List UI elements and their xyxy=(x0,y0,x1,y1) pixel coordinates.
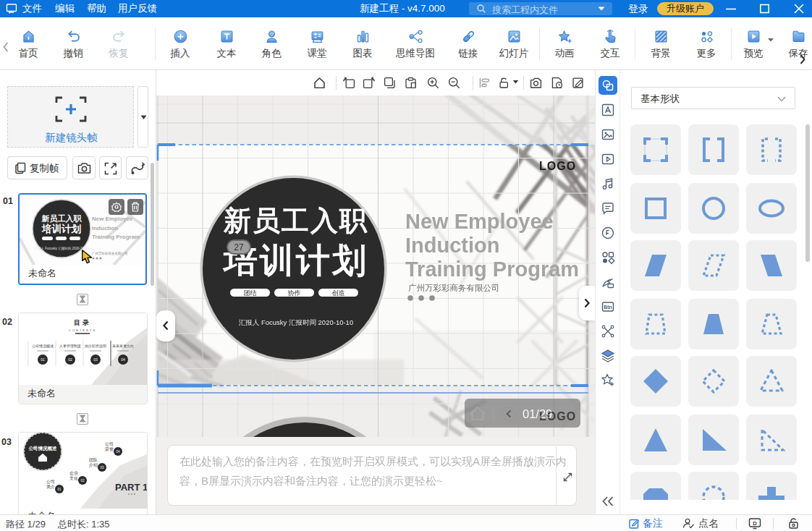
svg-text:简介: 简介 xyxy=(46,485,55,489)
svg-text:人事管理制度: 人事管理制度 xyxy=(59,344,81,349)
svg-text:荣誉: 荣誉 xyxy=(105,446,114,452)
svg-text:LOGO: LOGO xyxy=(539,410,576,422)
svg-text:03: 03 xyxy=(93,357,98,362)
svg-text:文化: 文化 xyxy=(69,475,78,481)
svg-text:目录: 目录 xyxy=(74,319,91,326)
svg-text:27: 27 xyxy=(234,242,244,252)
svg-text:D: D xyxy=(753,520,757,527)
svg-text:岗位职责说明: 岗位职责说明 xyxy=(85,344,106,349)
svg-text:Induction: Induction xyxy=(405,234,499,257)
svg-text:企业: 企业 xyxy=(69,471,78,475)
svg-text:03: 03 xyxy=(100,466,104,470)
svg-text:创造: 创造 xyxy=(332,289,345,297)
svg-text:04: 04 xyxy=(121,357,125,362)
svg-text:04: 04 xyxy=(116,450,120,454)
svg-text:广州万彩彩商务有限公司: 广州万彩彩商务有限公司 xyxy=(92,252,128,255)
svg-text:公司情况概述: 公司情况概述 xyxy=(28,446,58,451)
svg-text:Training Program: Training Program xyxy=(405,258,579,281)
svg-text:汇报人 Focusky 汇报时间 2020-10-10: 汇报人 Focusky 汇报时间 2020-10-10 xyxy=(239,318,353,326)
svg-text:02: 02 xyxy=(80,479,85,483)
svg-text:新员工入职: 新员工入职 xyxy=(223,205,368,236)
svg-text:01: 01 xyxy=(41,357,45,362)
svg-text:新员工入职: 新员工入职 xyxy=(41,214,83,224)
svg-text:公司: 公司 xyxy=(46,479,55,484)
svg-text:协作: 协作 xyxy=(288,289,301,297)
svg-text:未来发展方向: 未来发展方向 xyxy=(112,344,134,349)
svg-text:Induction: Induction xyxy=(92,225,118,231)
svg-text:Training Program: Training Program xyxy=(92,234,140,240)
svg-text:团结: 团结 xyxy=(244,289,257,297)
svg-text:PART 1: PART 1 xyxy=(115,482,147,493)
svg-text:LOGO: LOGO xyxy=(539,160,576,172)
svg-text:公司: 公司 xyxy=(105,441,114,446)
svg-text:公司情况概述: 公司情况概述 xyxy=(32,344,54,349)
svg-text:团队: 团队 xyxy=(89,457,98,463)
svg-text:New Employee: New Employee xyxy=(92,216,133,222)
svg-text:01: 01 xyxy=(57,488,62,491)
svg-text:广州万彩彩商务有限公司: 广州万彩彩商务有限公司 xyxy=(408,284,500,292)
svg-text:介绍: 介绍 xyxy=(89,463,98,468)
svg-text:New Employee: New Employee xyxy=(405,210,554,233)
svg-text:CONTENTS: CONTENTS xyxy=(69,328,96,332)
svg-text:02: 02 xyxy=(68,357,72,362)
svg-text:培训计划: 培训计划 xyxy=(41,223,82,234)
